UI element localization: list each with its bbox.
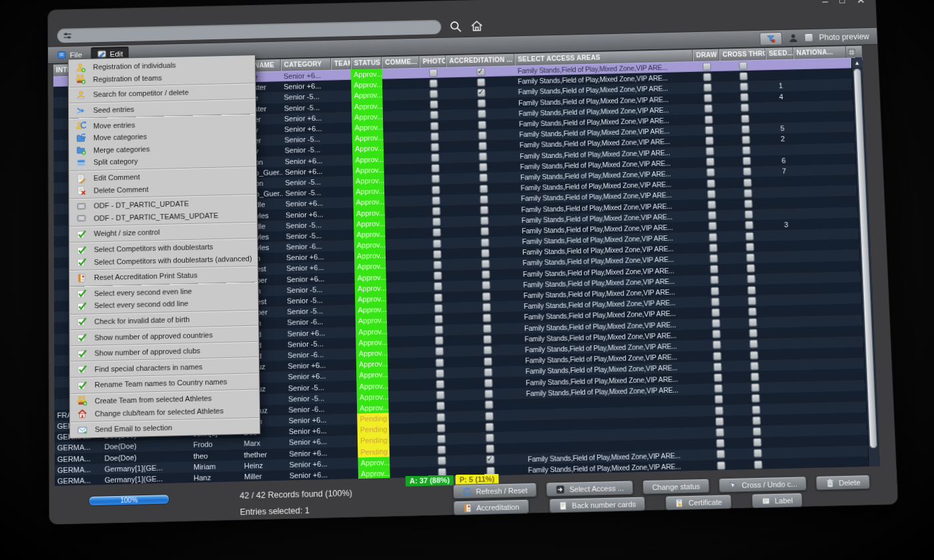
accred-checkbox[interactable] — [481, 271, 490, 279]
cross-checkbox[interactable] — [745, 211, 753, 219]
menu-item-send-email-to-selection[interactable]: Send Email to selection — [70, 419, 260, 437]
cross-checkbox[interactable] — [739, 72, 748, 80]
photo-checkbox[interactable] — [430, 122, 438, 130]
draw-checkbox[interactable] — [713, 341, 721, 349]
accred-checkbox[interactable] — [476, 78, 485, 86]
cross-checkbox[interactable] — [749, 329, 757, 338]
draw-checkbox[interactable] — [713, 352, 721, 361]
photo-checkbox[interactable] — [436, 391, 444, 399]
photo-checkbox[interactable] — [436, 380, 444, 389]
accred-checkbox[interactable] — [478, 153, 487, 161]
cross-checkbox[interactable] — [744, 200, 753, 209]
minimize-button[interactable]: – — [822, 0, 828, 6]
label-button[interactable]: Label — [751, 493, 803, 508]
photo-checkbox[interactable] — [430, 101, 438, 109]
photo-preview-checkbox[interactable] — [805, 33, 813, 42]
photo-checkbox[interactable] — [436, 424, 445, 433]
cross-undo-c-button[interactable]: Cross / Undo c... — [719, 476, 807, 493]
draw-checkbox[interactable] — [709, 254, 718, 263]
accred-checkbox[interactable] — [482, 292, 490, 301]
search-icon[interactable] — [449, 20, 462, 33]
accred-checkbox[interactable] — [477, 89, 486, 97]
cross-checkbox[interactable] — [739, 61, 747, 69]
cross-checkbox[interactable] — [748, 307, 757, 316]
photo-checkbox[interactable] — [432, 229, 441, 237]
accred-checkbox[interactable] — [480, 238, 489, 247]
cross-checkbox[interactable] — [747, 297, 756, 305]
cross-checkbox[interactable] — [752, 416, 761, 425]
cross-checkbox[interactable] — [745, 221, 753, 230]
draw-checkbox[interactable] — [713, 373, 722, 382]
accred-checkbox[interactable] — [479, 163, 488, 172]
cross-checkbox[interactable] — [749, 318, 757, 327]
maximize-button[interactable]: □ — [839, 0, 845, 5]
accred-checkbox[interactable] — [486, 445, 494, 453]
draw-checkbox[interactable] — [703, 73, 711, 81]
cross-checkbox[interactable] — [749, 351, 758, 359]
draw-checkbox[interactable] — [707, 179, 715, 188]
cross-checkbox[interactable] — [747, 264, 755, 273]
draw-checkbox[interactable] — [712, 330, 721, 339]
draw-checkbox[interactable] — [714, 385, 723, 393]
cross-checkbox[interactable] — [741, 104, 749, 112]
cross-checkbox[interactable] — [751, 383, 759, 392]
cross-checkbox[interactable] — [749, 340, 758, 349]
cross-checkbox[interactable] — [743, 179, 752, 187]
photo-checkbox[interactable] — [430, 143, 439, 151]
photo-checkbox[interactable] — [436, 369, 444, 378]
photo-checkbox[interactable] — [434, 283, 442, 291]
cross-checkbox[interactable] — [750, 362, 759, 371]
certificate-button[interactable]: Certificate — [665, 495, 731, 511]
draw-checkbox[interactable] — [716, 439, 725, 448]
column-config-button[interactable] — [846, 46, 857, 58]
cross-checkbox[interactable] — [743, 157, 751, 165]
photo-checkbox[interactable] — [430, 111, 438, 119]
draw-checkbox[interactable] — [713, 363, 722, 371]
accred-checkbox[interactable] — [485, 412, 494, 421]
change-status-button[interactable]: Change status — [642, 479, 710, 495]
column-header-draw[interactable]: DRAW — [692, 49, 719, 62]
accred-checkbox[interactable] — [478, 131, 486, 139]
cross-checkbox[interactable] — [740, 93, 749, 101]
draw-checkbox[interactable] — [704, 105, 713, 113]
accred-checkbox[interactable] — [480, 217, 488, 225]
accred-checkbox[interactable] — [483, 346, 492, 355]
draw-checkbox[interactable] — [709, 233, 717, 241]
draw-checkbox[interactable] — [706, 158, 715, 167]
column-header-comment[interactable]: COMME... — [382, 56, 420, 69]
draw-checkbox[interactable] — [711, 319, 720, 328]
draw-checkbox[interactable] — [711, 287, 719, 295]
cross-checkbox[interactable] — [754, 460, 763, 469]
draw-checkbox[interactable] — [715, 406, 723, 415]
scrollbar-up-arrow[interactable]: ▲ — [851, 57, 862, 67]
draw-checkbox[interactable] — [708, 211, 717, 220]
draw-checkbox[interactable] — [708, 222, 717, 231]
accred-checkbox[interactable] — [485, 433, 494, 442]
photo-checkbox[interactable] — [432, 207, 440, 216]
home-icon[interactable] — [470, 19, 484, 33]
photo-checkbox[interactable] — [434, 326, 443, 335]
column-header-cross[interactable]: CROSS THRO... — [719, 48, 766, 61]
photo-checkbox[interactable] — [429, 79, 438, 87]
close-button[interactable]: ✕ — [857, 0, 865, 5]
select-access-button[interactable]: Select Access ... — [546, 480, 634, 497]
accred-checkbox[interactable] — [478, 121, 486, 129]
accred-checkbox[interactable] — [483, 335, 492, 344]
accred-checkbox[interactable] — [484, 368, 492, 377]
cross-checkbox[interactable] — [741, 136, 750, 144]
photo-checkbox[interactable] — [431, 153, 440, 161]
draw-checkbox[interactable] — [706, 169, 715, 177]
draw-checkbox[interactable] — [716, 450, 725, 459]
draw-checkbox[interactable] — [710, 276, 719, 285]
draw-checkbox[interactable] — [705, 126, 713, 134]
draw-checkbox[interactable] — [703, 83, 712, 91]
photo-checkbox[interactable] — [432, 239, 441, 248]
accred-checkbox[interactable] — [482, 303, 491, 311]
photo-checkbox[interactable] — [435, 337, 444, 345]
accred-checkbox[interactable] — [476, 67, 485, 75]
photo-checkbox[interactable] — [437, 457, 446, 465]
column-header-team[interactable]: TEAM — [331, 58, 351, 70]
cross-checkbox[interactable] — [741, 125, 750, 133]
photo-checkbox[interactable] — [429, 90, 438, 98]
accreditation-button[interactable]: Accreditation — [453, 499, 528, 515]
